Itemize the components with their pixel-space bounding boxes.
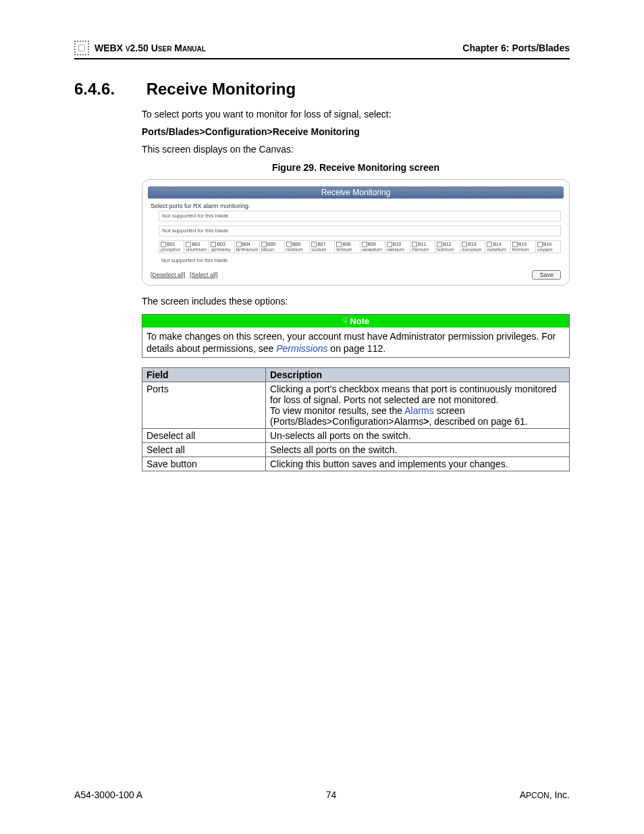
port-code: B06 xyxy=(292,242,300,246)
section-heading: 6.4.6. Receive Monitoring xyxy=(74,80,570,99)
permissions-link[interactable]: Permissions xyxy=(276,343,327,354)
port-cell[interactable]: B14nobelium xyxy=(485,241,510,253)
deselect-all-link[interactable]: [Deselect all] xyxy=(151,271,186,278)
port-code: B04 xyxy=(242,242,250,246)
note-body: To make changes on this screen, your acc… xyxy=(142,328,569,357)
select-all-link[interactable]: [Select all] xyxy=(190,271,218,278)
port-label: nobelium xyxy=(487,247,508,252)
port-checkbox[interactable] xyxy=(311,242,317,247)
port-code: B10 xyxy=(393,242,401,246)
note-text-b: on page 112. xyxy=(327,343,385,354)
desc-tail: , described on page 61. xyxy=(429,416,527,427)
section-number: 6.4.6. xyxy=(74,80,142,99)
port-cell[interactable]: B16oxygen xyxy=(536,241,561,253)
desc-cell: Un-selects all ports on the switch. xyxy=(266,429,570,443)
body: To select ports you want to monitor for … xyxy=(142,108,570,471)
table-header-row: Field Description xyxy=(142,368,570,382)
desc-pre: To view monitor results, see the xyxy=(270,405,404,416)
port-checkbox[interactable] xyxy=(261,242,267,247)
page-footer: A54-3000-100 A 74 APCON, Inc. xyxy=(74,789,570,800)
port-cell[interactable]: B08terbium xyxy=(335,241,360,253)
port-checkbox[interactable] xyxy=(336,242,342,247)
port-code: B01 xyxy=(167,242,175,246)
port-checkbox[interactable] xyxy=(387,242,392,247)
desc-line-2: To view monitor results, see the Alarms … xyxy=(270,405,565,427)
port-cell[interactable]: B03germaniu xyxy=(209,241,234,253)
port-checkbox[interactable] xyxy=(412,242,417,247)
port-label: fermium xyxy=(512,247,534,252)
panel-bottom: [Deselect all] [Select all] Save xyxy=(151,270,561,280)
options-table: Field Description Ports Clicking a port'… xyxy=(142,367,570,471)
port-cell[interactable]: B05silicon xyxy=(260,241,285,253)
panel-quicklinks: [Deselect all] [Select all] xyxy=(151,271,221,278)
port-code: B14 xyxy=(493,242,501,246)
chip-icon xyxy=(74,41,89,55)
manual-title: WEBX v2.50 User Manual xyxy=(95,43,206,53)
port-checkbox[interactable] xyxy=(462,242,467,247)
port-cell[interactable]: B02ununbium xyxy=(184,241,209,253)
options-intro: The screen includes these options: xyxy=(142,295,570,307)
port-label: silicon xyxy=(261,247,283,252)
port-cell[interactable]: B15fermium xyxy=(511,241,536,253)
chapter-title: Chapter 6: Ports/Blades xyxy=(462,43,570,53)
footer-right: APCON, Inc. xyxy=(520,789,570,800)
port-label: oxygen xyxy=(537,247,559,252)
table-row: Ports Clicking a port's checkbox means t… xyxy=(142,382,570,429)
header-left: WEBX v2.50 User Manual xyxy=(74,41,206,55)
port-checkbox[interactable] xyxy=(487,242,492,247)
save-button[interactable]: Save xyxy=(532,270,561,280)
port-cell[interactable]: B09vanadium xyxy=(360,241,385,253)
port-checkbox[interactable] xyxy=(186,242,191,247)
port-label: rhenium xyxy=(412,247,433,252)
port-code: B09 xyxy=(368,242,376,246)
port-cell[interactable]: B01phosphor xyxy=(159,241,184,253)
footer-right-c: , Inc. xyxy=(549,789,570,800)
port-label: lanthanum xyxy=(236,247,258,252)
ports-row: B01phosphorB02ununbiumB03germaniuB04lant… xyxy=(159,240,561,253)
desc-cell: Selects all ports on the switch. xyxy=(266,443,570,457)
footer-right-a: A xyxy=(520,789,526,800)
page: WEBX v2.50 User Manual Chapter 6: Ports/… xyxy=(0,0,644,834)
port-checkbox[interactable] xyxy=(512,242,518,247)
port-cell[interactable]: B07sodium xyxy=(310,241,335,253)
port-label: phosphor xyxy=(161,247,182,252)
port-code: B16 xyxy=(543,242,552,246)
section-title: Receive Monitoring xyxy=(146,80,296,98)
port-code: B13 xyxy=(468,242,476,246)
canvas-text: This screen displays on the Canvas: xyxy=(142,143,570,155)
port-checkbox[interactable] xyxy=(437,242,442,247)
note-box: ☟ Note To make changes on this screen, y… xyxy=(142,314,570,358)
not-supported-row-3: Not supported for this blade xyxy=(159,257,561,263)
port-checkbox[interactable] xyxy=(537,242,543,247)
port-checkbox[interactable] xyxy=(236,242,242,247)
field-cell: Deselect all xyxy=(142,429,266,443)
port-label: europium xyxy=(462,247,483,252)
port-label: ununbium xyxy=(186,247,207,252)
table-row: Deselect all Un-selects all ports on the… xyxy=(142,429,570,443)
port-cell[interactable]: B06niobium xyxy=(285,241,310,253)
port-checkbox[interactable] xyxy=(211,242,216,247)
panel-instruction: Select ports for RX alarm monitoring. xyxy=(151,203,561,209)
port-code: B12 xyxy=(443,242,451,246)
port-label: germaniu xyxy=(211,247,232,252)
port-cell[interactable]: B13europium xyxy=(460,241,485,253)
port-checkbox[interactable] xyxy=(286,242,292,247)
port-cell[interactable]: B12bohrium xyxy=(435,241,460,253)
field-cell: Ports xyxy=(142,382,266,429)
port-checkbox[interactable] xyxy=(362,242,367,247)
port-code: B07 xyxy=(317,242,325,246)
port-cell[interactable]: B11rhenium xyxy=(410,241,435,253)
desc-cell: Clicking this button saves and implement… xyxy=(266,457,570,471)
port-checkbox[interactable] xyxy=(161,242,166,247)
port-code: B15 xyxy=(518,242,527,246)
table-row: Save button Clicking this button saves a… xyxy=(142,457,570,471)
hand-icon: ☟ xyxy=(342,316,348,326)
figure-title: Figure 29. Receive Monitoring screen xyxy=(142,161,570,174)
th-field: Field xyxy=(142,368,266,382)
port-cell[interactable]: B10caesium xyxy=(385,241,410,253)
port-code: B03 xyxy=(217,242,225,246)
port-cell[interactable]: B04lanthanum xyxy=(235,241,260,253)
field-cell: Save button xyxy=(142,457,266,471)
alarms-link[interactable]: Alarms xyxy=(404,405,434,416)
not-supported-row-1: Not supported for this blade xyxy=(159,211,561,221)
